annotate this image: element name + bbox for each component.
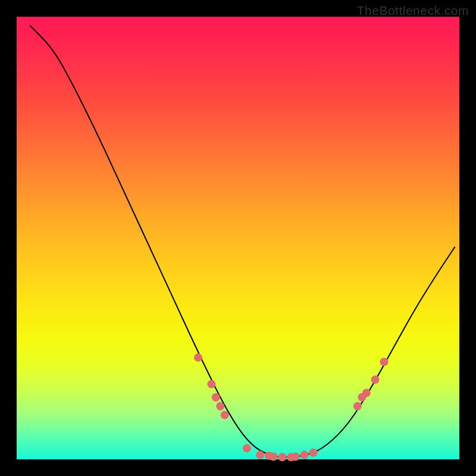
data-point: [207, 380, 215, 389]
data-point: [278, 453, 286, 461]
data-point: [353, 402, 362, 411]
data-point: [309, 449, 318, 457]
data-point: [256, 451, 264, 459]
data-point: [292, 453, 300, 461]
data-point: [221, 411, 229, 419]
bottleneck-curve: [30, 26, 455, 457]
watermark-text: TheBottleneck.com: [357, 4, 469, 18]
data-point: [380, 358, 389, 366]
data-point: [300, 451, 309, 459]
chart-plot-area: [17, 17, 459, 459]
chart-svg: [17, 17, 459, 459]
data-point: [371, 375, 380, 384]
data-point: [243, 444, 251, 452]
data-points-group: [194, 353, 389, 461]
data-point: [194, 353, 202, 362]
data-point: [362, 389, 371, 397]
data-point: [216, 402, 224, 411]
data-point: [212, 393, 220, 402]
data-point: [270, 453, 278, 461]
